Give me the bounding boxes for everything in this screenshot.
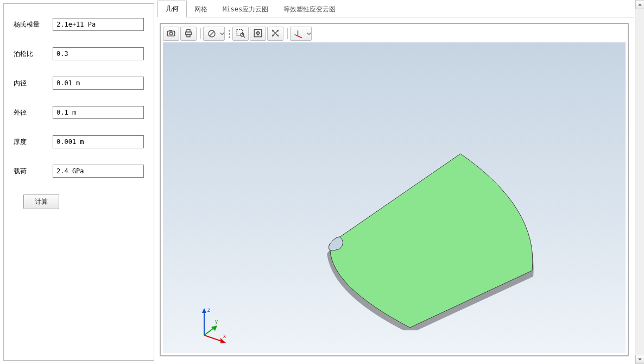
input-youngs-modulus[interactable] bbox=[53, 18, 144, 31]
svg-line-20 bbox=[295, 35, 298, 36]
svg-line-10 bbox=[243, 36, 245, 37]
input-poisson-ratio[interactable] bbox=[53, 47, 144, 60]
tab-peeq[interactable]: 等效塑性应变云图 bbox=[276, 2, 343, 17]
hide-show-button[interactable] bbox=[203, 27, 225, 41]
snapshot-button[interactable] bbox=[163, 27, 179, 41]
svg-line-23 bbox=[204, 335, 223, 342]
field-youngs-modulus: 杨氏模量 bbox=[14, 18, 144, 31]
label-inner-radius: 内径 bbox=[14, 79, 53, 88]
label-poisson-ratio: 泊松比 bbox=[14, 49, 53, 59]
axis-x-label: x bbox=[223, 333, 226, 339]
toolbar-separator bbox=[198, 28, 203, 39]
label-outer-radius: 外径 bbox=[14, 108, 53, 117]
label-thickness: 厚度 bbox=[14, 137, 53, 147]
field-poisson-ratio: 泊松比 bbox=[14, 47, 144, 60]
svg-rect-2 bbox=[169, 30, 172, 32]
compute-button[interactable]: 计算 bbox=[23, 194, 59, 209]
toolbar-dot-separator bbox=[228, 27, 231, 41]
zoom-box-button[interactable] bbox=[232, 27, 249, 41]
print-icon bbox=[184, 28, 193, 40]
axis-triad-button[interactable] bbox=[290, 27, 312, 41]
viewport-canvas[interactable]: z x y bbox=[163, 42, 626, 353]
zoom-box-icon bbox=[236, 28, 245, 40]
field-inner-radius: 内径 bbox=[14, 77, 144, 90]
viewport-frame: z x y bbox=[160, 23, 629, 356]
cross-arrows-icon bbox=[270, 28, 280, 40]
axis-triad: z x y bbox=[193, 305, 231, 343]
svg-marker-26 bbox=[211, 325, 217, 331]
pan-button[interactable] bbox=[267, 27, 283, 41]
svg-line-19 bbox=[298, 36, 302, 38]
input-load[interactable] bbox=[53, 165, 144, 178]
field-load: 载荷 bbox=[14, 165, 144, 178]
axis-y-label: y bbox=[215, 318, 218, 324]
no-entry-icon bbox=[204, 29, 220, 39]
chevron-down-icon bbox=[220, 27, 224, 41]
svg-rect-5 bbox=[187, 34, 190, 37]
print-button[interactable] bbox=[180, 27, 197, 41]
viewport-area: z x y bbox=[157, 17, 634, 361]
svg-marker-22 bbox=[202, 308, 206, 313]
app-root: 杨氏模量 泊松比 内径 外径 厚度 载荷 bbox=[0, 0, 644, 364]
axis-triad-icon bbox=[291, 29, 307, 39]
svg-point-1 bbox=[169, 32, 172, 35]
properties-panel: 杨氏模量 泊松比 内径 外径 厚度 载荷 bbox=[3, 3, 154, 361]
scroll-down-button[interactable] bbox=[635, 355, 644, 364]
input-outer-radius[interactable] bbox=[53, 106, 144, 119]
field-outer-radius: 外径 bbox=[14, 106, 144, 119]
geometry-shape bbox=[239, 97, 543, 330]
fit-view-icon bbox=[253, 28, 263, 40]
fit-view-button[interactable] bbox=[250, 27, 266, 41]
vertical-scrollbar[interactable] bbox=[635, 0, 644, 364]
chevron-down-icon bbox=[307, 27, 311, 41]
tab-mises[interactable]: Mises应力云图 bbox=[215, 2, 276, 17]
camera-icon bbox=[166, 28, 176, 40]
svg-rect-4 bbox=[187, 29, 190, 32]
input-thickness[interactable] bbox=[53, 135, 144, 148]
label-load: 载荷 bbox=[14, 167, 53, 176]
viewport-toolbar bbox=[163, 26, 313, 41]
toolbar-separator bbox=[285, 28, 290, 39]
tabs-bar: 几何 网格 Mises应力云图 等效塑性应变云图 bbox=[157, 3, 634, 17]
tab-geometry[interactable]: 几何 bbox=[157, 1, 187, 17]
properties-form: 杨氏模量 泊松比 内径 外径 厚度 载荷 bbox=[4, 4, 154, 209]
axis-z-label: z bbox=[207, 307, 210, 313]
input-inner-radius[interactable] bbox=[53, 77, 144, 90]
compute-wrap: 计算 bbox=[14, 194, 144, 209]
label-youngs-modulus: 杨氏模量 bbox=[14, 20, 53, 29]
svg-rect-8 bbox=[237, 29, 243, 35]
field-thickness: 厚度 bbox=[14, 135, 144, 148]
svg-line-7 bbox=[210, 32, 214, 36]
scroll-up-button[interactable] bbox=[635, 0, 644, 9]
tab-mesh[interactable]: 网格 bbox=[187, 2, 215, 17]
